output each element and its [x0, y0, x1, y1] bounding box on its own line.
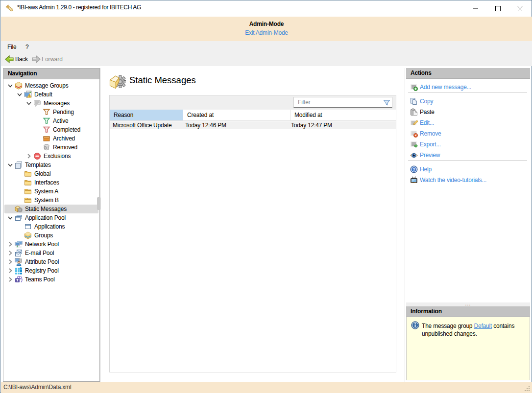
svg-text:?: ? — [412, 166, 415, 172]
